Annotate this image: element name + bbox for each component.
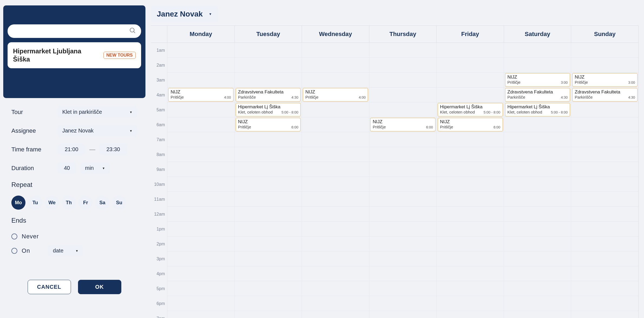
grid-cell[interactable]: [302, 296, 369, 311]
grid-cell[interactable]: [571, 102, 638, 117]
grid-cell[interactable]: [504, 192, 571, 206]
grid-cell[interactable]: [436, 87, 504, 102]
duration-unit-select[interactable]: min: [80, 162, 110, 174]
grid-cell[interactable]: [369, 132, 437, 147]
calendar-event[interactable]: NIJZPritličje6:00: [438, 118, 503, 131]
day-chip-th[interactable]: Th: [62, 196, 76, 210]
grid-cell[interactable]: [504, 296, 571, 311]
grid-cell[interactable]: [302, 281, 369, 296]
calendar-event[interactable]: NIJZPritličje6:00: [236, 118, 301, 131]
grid-cell[interactable]: [369, 102, 437, 117]
select-assignee[interactable]: Janez Novak: [57, 125, 137, 137]
grid-cell[interactable]: [167, 207, 235, 221]
time-start[interactable]: 21:00: [57, 144, 86, 155]
grid-cell[interactable]: [167, 311, 235, 318]
grid-cell[interactable]: [436, 222, 504, 236]
grid-cell[interactable]: [167, 192, 235, 206]
grid-cell[interactable]: [302, 236, 369, 251]
grid-cell[interactable]: [167, 222, 235, 236]
location-card[interactable]: Hipermarket Ljubljana Šiška NEW TOURS: [8, 42, 141, 68]
day-chip-tu[interactable]: Tu: [28, 196, 42, 210]
grid-cell[interactable]: [436, 162, 504, 177]
grid-cell[interactable]: [504, 281, 571, 296]
grid-cell[interactable]: [571, 207, 638, 221]
grid-cell[interactable]: [235, 162, 302, 177]
grid-cell[interactable]: [369, 58, 437, 72]
grid-cell[interactable]: [504, 43, 571, 57]
grid-cell[interactable]: [235, 73, 302, 87]
ends-date-select[interactable]: date: [48, 245, 83, 257]
calendar-event[interactable]: Hipermarket Lj ŠiškaKlet, celoten obhod5…: [505, 103, 570, 116]
grid-cell[interactable]: [436, 296, 504, 311]
grid-cell[interactable]: [436, 281, 504, 296]
ok-button[interactable]: OK: [78, 280, 121, 294]
calendar-event[interactable]: Zdravstvena FakultetaParkirišče4:30: [572, 88, 638, 102]
grid-cell[interactable]: [369, 251, 437, 266]
grid-cell[interactable]: [235, 192, 302, 206]
radio-on[interactable]: [11, 248, 17, 254]
calendar-event[interactable]: Zdravstvena FakultetaParkirišče4:30: [505, 88, 570, 102]
radio-never[interactable]: [11, 233, 17, 239]
grid-cell[interactable]: [436, 311, 504, 318]
grid-cell[interactable]: [369, 87, 437, 102]
grid-cell[interactable]: [504, 177, 571, 192]
grid-cell[interactable]: [235, 266, 302, 281]
search-input[interactable]: [12, 28, 129, 35]
grid-cell[interactable]: [302, 266, 369, 281]
grid-cell[interactable]: [302, 162, 369, 177]
duration-value-input[interactable]: 40: [57, 162, 76, 174]
grid-cell[interactable]: [436, 43, 504, 57]
day-chip-sa[interactable]: Sa: [95, 196, 109, 210]
grid-cell[interactable]: [167, 117, 235, 132]
grid-cell[interactable]: [571, 266, 638, 281]
calendar-event[interactable]: NIJZPritličje4:00: [168, 88, 233, 102]
grid-cell[interactable]: [167, 58, 235, 72]
grid-cell[interactable]: [369, 222, 437, 236]
grid-cell[interactable]: [369, 147, 437, 162]
grid-cell[interactable]: [571, 251, 638, 266]
calendar-event[interactable]: Zdravstvena FakultetaParkirišče4:30: [236, 88, 301, 102]
grid-cell[interactable]: [571, 192, 638, 206]
grid-cell[interactable]: [436, 251, 504, 266]
grid-cell[interactable]: [235, 58, 302, 72]
day-chip-fr[interactable]: Fr: [79, 196, 93, 210]
grid-cell[interactable]: [369, 162, 437, 177]
grid-cell[interactable]: [302, 58, 369, 72]
grid-cell[interactable]: [302, 222, 369, 236]
grid-cell[interactable]: [235, 222, 302, 236]
grid-cell[interactable]: [571, 236, 638, 251]
grid-cell[interactable]: [436, 58, 504, 72]
grid-cell[interactable]: [302, 192, 369, 206]
grid-cell[interactable]: [235, 132, 302, 147]
grid-cell[interactable]: [235, 281, 302, 296]
calendar-event[interactable]: NIJZPritličje3:00: [505, 73, 570, 87]
grid-cell[interactable]: [571, 311, 638, 318]
grid-cell[interactable]: [571, 147, 638, 162]
grid-cell[interactable]: [369, 177, 437, 192]
grid-cell[interactable]: [571, 162, 638, 177]
grid-cell[interactable]: [369, 296, 437, 311]
grid-cell[interactable]: [302, 147, 369, 162]
day-chip-mo[interactable]: Mo: [11, 196, 25, 210]
calendar-event[interactable]: NIJZPritličje4:00: [303, 88, 368, 102]
grid-cell[interactable]: [369, 73, 437, 87]
grid-cell[interactable]: [302, 311, 369, 318]
grid-cell[interactable]: [235, 311, 302, 318]
grid-cell[interactable]: [504, 311, 571, 318]
grid-cell[interactable]: [436, 73, 504, 87]
grid-cell[interactable]: [504, 251, 571, 266]
grid-cell[interactable]: [369, 43, 437, 57]
calendar-event[interactable]: Hipermarket Lj ŠiškaKlet, celoten obhod5…: [438, 103, 503, 116]
grid-cell[interactable]: [436, 236, 504, 251]
cancel-button[interactable]: CANCEL: [28, 280, 71, 294]
grid-cell[interactable]: [571, 281, 638, 296]
grid-cell[interactable]: [302, 43, 369, 57]
grid-cell[interactable]: [302, 132, 369, 147]
grid-cell[interactable]: [167, 43, 235, 57]
grid-cell[interactable]: [167, 266, 235, 281]
calendar-event[interactable]: NIJZPritličje3:00: [572, 73, 638, 87]
grid-cell[interactable]: [302, 177, 369, 192]
grid-cell[interactable]: [504, 222, 571, 236]
select-tour[interactable]: Klet in parkirišče: [57, 106, 137, 118]
grid-cell[interactable]: [167, 177, 235, 192]
